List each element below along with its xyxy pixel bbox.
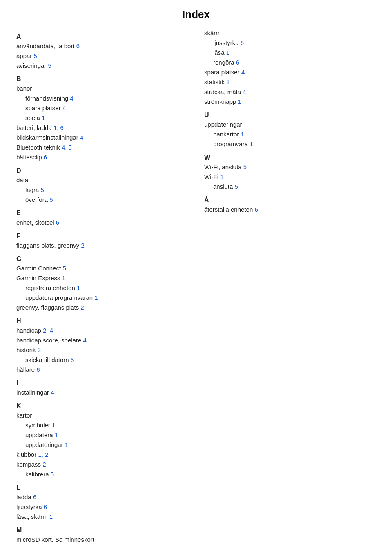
list-item: återställa enheten 6 xyxy=(204,205,376,214)
list-item: bältesclip 6 xyxy=(16,152,188,162)
list-item: ladda 6 xyxy=(16,492,188,502)
list-item: bildskärmsinställningar 4 xyxy=(16,133,188,143)
letter-heading: K xyxy=(16,402,188,410)
page-ref: 5 xyxy=(62,265,66,272)
list-item: appar 5 xyxy=(16,51,188,61)
letter-heading: I xyxy=(16,380,188,387)
list-item: uppdatera programvaran 1 xyxy=(16,293,188,303)
list-item: rengöra 6 xyxy=(204,58,376,67)
list-item: historik 3 xyxy=(16,345,188,355)
letter-heading: A xyxy=(16,33,188,40)
page-ref: 1 xyxy=(62,275,65,281)
list-item: spela 1 xyxy=(16,113,188,123)
page-ref: 1, 2 xyxy=(38,451,48,458)
list-item: registrera enheten 1 xyxy=(16,283,188,293)
list-item: Wi-Fi, ansluta 5 xyxy=(204,162,376,172)
page-ref: 4 xyxy=(83,337,86,344)
page-ref: 4 xyxy=(62,105,66,112)
letter-heading: G xyxy=(16,255,188,263)
letter-heading: F xyxy=(16,232,188,240)
list-item: ljusstyrka 6 xyxy=(16,502,188,512)
list-item: inställningar 4 xyxy=(16,388,188,398)
index-columns: Aanvändardata, ta bort 6appar 5avisering… xyxy=(16,28,376,545)
page-ref: 3 xyxy=(38,346,41,353)
list-item: användardata, ta bort 6 xyxy=(16,41,188,51)
list-item: bankartor 1 xyxy=(204,130,376,139)
page-ref: 4 xyxy=(243,88,246,95)
page-ref: 5 xyxy=(243,163,247,170)
right-column: skärmljusstyrka 6låsa 1rengöra 6spara pl… xyxy=(200,28,376,214)
page-ref: 3 xyxy=(226,78,229,85)
page-ref: 4 xyxy=(70,95,73,102)
page-ref: 6 xyxy=(33,494,36,500)
list-item: aviseringar 5 xyxy=(16,61,188,71)
page-ref: 4 xyxy=(51,389,54,396)
list-item: Garmin Express 1 xyxy=(16,273,188,283)
list-item: greenvy, flaggans plats 2 xyxy=(16,303,188,313)
list-item: klubbor 1, 2 xyxy=(16,450,188,460)
letter-heading: W xyxy=(204,154,376,161)
page-ref: 6 xyxy=(36,366,40,373)
letter-heading: E xyxy=(16,210,188,217)
page-ref: 4, 5 xyxy=(62,144,72,151)
list-item: handicap score, spelare 4 xyxy=(16,335,188,345)
list-item: ljusstyrka 6 xyxy=(204,38,376,48)
page-ref: 5 xyxy=(235,183,238,190)
page-ref: 6 xyxy=(76,42,80,49)
page-ref: 4 xyxy=(241,69,245,76)
list-item: flaggans plats, greenvy 2 xyxy=(16,241,188,250)
list-item: spara platser 4 xyxy=(16,103,188,113)
letter-heading: L xyxy=(16,484,188,491)
list-item: Wi-Fi 1 xyxy=(204,172,376,182)
letter-heading: D xyxy=(16,167,188,174)
list-item: Garmin Connect 5 xyxy=(16,264,188,273)
list-item: symboler 1 xyxy=(16,420,188,430)
list-item: spara platser 4 xyxy=(204,67,376,77)
letter-heading: M xyxy=(16,527,188,534)
list-item: hållare 6 xyxy=(16,365,188,375)
list-item: lagra 5 xyxy=(16,185,188,195)
list-item: enhet, skötsel 6 xyxy=(16,218,188,228)
list-item: banor xyxy=(16,84,188,94)
page: Index Aanvändardata, ta bort 6appar 5avi… xyxy=(0,0,392,545)
page-ref: 6 xyxy=(241,39,244,46)
page-ref: 1 xyxy=(249,141,253,147)
page-ref: 1 xyxy=(52,422,55,429)
left-column: Aanvändardata, ta bort 6appar 5avisering… xyxy=(16,28,200,545)
list-item: programvara 1 xyxy=(204,139,376,149)
page-ref: 2 xyxy=(80,304,84,311)
page-ref: 1 xyxy=(241,131,244,138)
list-item: batteri, ladda 1, 6 xyxy=(16,123,188,133)
page-ref: 1 xyxy=(238,98,241,105)
list-item: kalibrera 5 xyxy=(16,469,188,479)
letter-heading: Å xyxy=(204,197,376,204)
list-item: data xyxy=(16,175,188,185)
page-ref: 1, 6 xyxy=(53,124,64,131)
page-ref: 1 xyxy=(55,431,58,438)
letter-heading: U xyxy=(204,112,376,119)
list-item: kompass 2 xyxy=(16,460,188,469)
page-ref: 5 xyxy=(49,196,53,203)
list-item: sträcka, mäta 4 xyxy=(204,87,376,97)
page-ref: 1 xyxy=(65,441,68,448)
list-item: låsa, skärm 1 xyxy=(16,512,188,522)
letter-heading: H xyxy=(16,317,188,325)
page-ref: 1 xyxy=(226,49,229,56)
list-item: strömknapp 1 xyxy=(204,97,376,107)
page-title: Index xyxy=(16,8,376,21)
page-ref: 1 xyxy=(49,513,53,520)
list-item: låsa 1 xyxy=(204,48,376,58)
list-item: överföra 5 xyxy=(16,195,188,205)
list-item: handicap 2–4 xyxy=(16,326,188,335)
page-ref: 6 xyxy=(44,154,47,161)
page-ref: 6 xyxy=(44,503,47,510)
page-ref: 2–4 xyxy=(43,327,53,334)
list-item: kartor xyxy=(16,411,188,420)
list-item: förhandsvisning 4 xyxy=(16,94,188,103)
list-item: Bluetooth teknik 4, 5 xyxy=(16,143,188,152)
page-ref: 4 xyxy=(80,134,83,141)
list-item: uppdateringar 1 xyxy=(16,440,188,450)
letter-heading: B xyxy=(16,76,188,83)
list-item: uppdatera 1 xyxy=(16,430,188,440)
list-item: microSD kort. Se minneskort xyxy=(16,535,188,545)
